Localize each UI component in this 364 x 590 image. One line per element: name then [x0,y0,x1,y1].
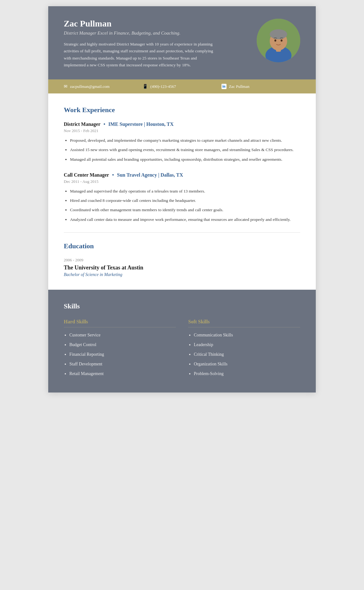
svg-point-5 [274,40,276,42]
list-item: Communication Skills [194,332,300,338]
list-item: Problem-Solving [194,370,300,377]
job-2-bullets: Managed and supervised the daily operati… [64,188,300,223]
job-1-bullets: Proposed, developed, and implemented the… [64,137,300,163]
job-2-title: Call Center Manager [64,172,109,178]
hard-skills-column: Hard Skills Customer Service Budget Cont… [64,319,176,380]
phone-icon: 📱 [142,84,148,89]
list-item: Managed all potential sales and branding… [70,156,300,163]
list-item: Budget Control [69,341,176,348]
list-item: Retail Management [69,370,176,377]
hard-skills-list: Customer Service Budget Control Financia… [64,332,176,377]
job-1-company: IME Superstore | Houston, TX [108,121,174,127]
soft-skills-list: Communication Skills Leadership Critical… [188,332,300,377]
list-item: Leadership [194,341,300,348]
job-1-dates: Nov 2015 - Feb 2021 [64,128,300,133]
edu-degree: Bachelor of Science in Marketing [64,272,300,277]
svg-point-6 [281,40,282,42]
list-item: Critical Thinking [194,351,300,358]
contact-email: ✉ zacpullman@gmail.com [64,84,142,89]
job-1-title-line: District Manager • IME Superstore | Hous… [64,121,300,127]
header-section: Zac Pullman District Manager Excel in Fi… [48,6,316,79]
edu-school: The University of Texas at Austin [64,264,300,271]
linkedin-icon: in [222,84,226,89]
job-2-dot: • [111,172,115,178]
hard-skills-title: Hard Skills [64,319,176,327]
job-2-dates: Dec 2011 - Aug 2015 [64,179,300,184]
section-divider [64,232,300,233]
list-item: Financial Reporting [69,351,176,358]
skills-columns: Hard Skills Customer Service Budget Cont… [64,319,300,380]
list-item: Proposed, developed, and implemented the… [70,137,300,144]
job-2-company: Sun Travel Agency | Dallas, TX [117,172,183,178]
soft-skills-column: Soft Skills Communication Skills Leaders… [188,319,300,380]
job-2-title-line: Call Center Manager • Sun Travel Agency … [64,172,300,178]
list-item: Hired and coached 8 corporate-wide call … [70,197,300,204]
list-item: Customer Service [69,332,176,338]
soft-skills-title: Soft Skills [188,319,300,327]
edu-dates: 2006 - 2009 [64,258,300,263]
contact-phone: 📱 (490)-123-4567 [142,84,221,89]
list-item: Managed and supervised the daily operati… [70,188,300,195]
header-text: Zac Pullman District Manager Excel in Fi… [64,19,247,69]
contact-linkedin: in Zac Pullman [222,84,300,89]
education-title: Education [64,242,300,250]
work-experience-title: Work Experience [64,106,300,114]
list-item: Staff Development [69,361,176,367]
email-icon: ✉ [64,84,68,89]
job-1-title: District Manager [64,121,100,127]
list-item: Analyzed call center data to measure and… [70,216,300,223]
skills-section: Skills Hard Skills Customer Service Budg… [48,290,316,393]
candidate-summary: Strategic and highly motivated District … [64,41,219,69]
list-item: Coordinated with other management team m… [70,207,300,213]
skills-title: Skills [64,302,300,310]
contact-bar: ✉ zacpullman@gmail.com 📱 (490)-123-4567 … [48,79,316,93]
resume-container: Zac Pullman District Manager Excel in Fi… [48,6,316,393]
job-2: Call Center Manager • Sun Travel Agency … [64,172,300,223]
candidate-photo [257,19,300,62]
candidate-name: Zac Pullman [64,19,247,29]
job-1-dot: • [102,121,107,127]
list-item: Organization Skills [194,361,300,367]
list-item: Assisted 15 new stores with grand openin… [70,146,300,153]
job-1: District Manager • IME Superstore | Hous… [64,121,300,163]
svg-point-4 [270,29,287,39]
main-content: Work Experience District Manager • IME S… [48,93,316,290]
candidate-title: District Manager Excel in Finance, Budge… [64,31,247,36]
